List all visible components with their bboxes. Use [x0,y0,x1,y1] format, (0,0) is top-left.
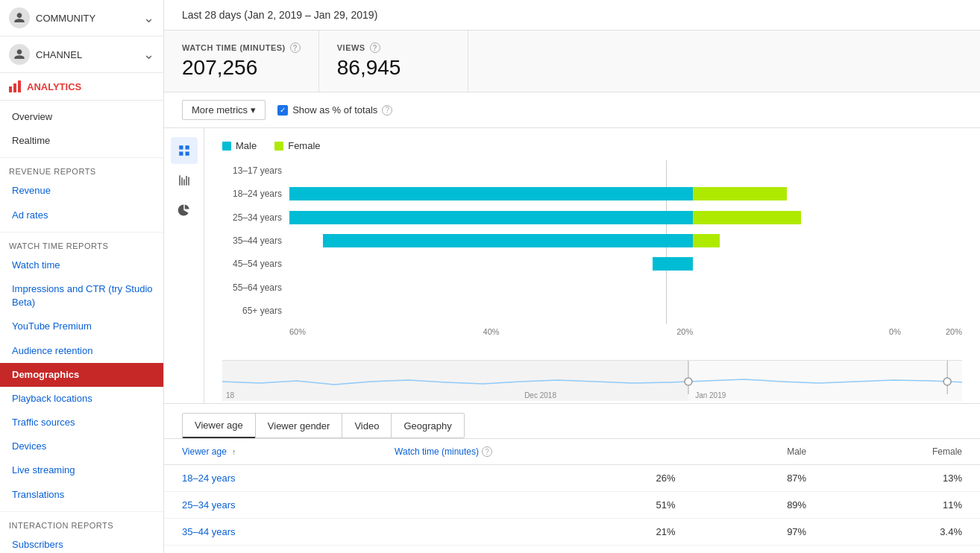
watch-pct-cell: 1.7% [377,546,693,554]
axis-right: 0% 20% [693,327,962,336]
sidebar-item-impressions[interactable]: Impressions and CTR (try Studio Beta) [0,277,163,315]
sidebar-item-playback-locations[interactable]: Playback locations [0,387,163,411]
svg-text:Jan 2019: Jan 2019 [695,391,726,399]
female-cell: 3.4% [824,519,980,546]
col-male-header: Male [694,439,825,465]
sidebar-item-ad-rates[interactable]: Ad rates [0,203,163,227]
sidebar-item-overview[interactable]: Overview [0,105,163,129]
views-metric: VIEWS ? 86,945 [319,31,468,92]
more-metrics-button[interactable]: More metrics ▾ [182,100,266,120]
age-cell: 45–54 years [164,546,377,554]
watch-time-label: WATCH TIME (MINUTES) ? [182,42,301,53]
sidebar-group-interaction-label: Interaction reports [0,516,163,533]
table-row: 45–54 years 1.7% 95% 5.3% [164,546,980,554]
sidebar-item-live-streaming[interactable]: Live streaming [0,458,163,482]
legend-male-dot [222,142,231,151]
sidebar-item-subscribers[interactable]: Subscribers [0,533,163,553]
community-chevron-icon: ⌄ [143,10,154,26]
controls-bar: More metrics ▾ ✓ Show as % of totals ? [164,92,980,128]
channel-section[interactable]: CHANNEL ⌄ [0,37,163,73]
male-cell: 95% [694,546,825,554]
dropdown-arrow-icon: ▾ [251,104,256,116]
bar-row: 35–44 years [222,230,962,250]
pie-view-icon[interactable] [171,197,198,224]
analytics-header: ANALYTICS [0,73,163,101]
axis-left: 60% 40% 20% [289,327,693,336]
show-as-pct-checkbox[interactable]: ✓ [277,105,288,116]
tab-viewer-age[interactable]: Viewer age [182,413,256,438]
sidebar-item-audience-retention[interactable]: Audience retention [0,339,163,363]
chart-container: Male Female 13–17 years18–24 years25–34 … [164,128,980,404]
community-icon [9,7,30,28]
timeline-svg: 18 Dec 2018 Jan 2019 [222,361,962,401]
date-range-text: Last 28 days (Jan 2, 2019 – Jan 29, 2019… [182,9,377,21]
date-range-bar: Last 28 days (Jan 2, 2019 – Jan 29, 2019… [164,0,980,31]
bar-chart: 13–17 years18–24 years25–34 years35–44 y… [222,160,962,354]
age-link[interactable]: 35–44 years [182,526,236,537]
watch-time-col-help-icon[interactable]: ? [482,446,492,457]
female-cell: 11% [824,492,980,519]
watch-pct-cell: 51% [377,492,693,519]
col-viewer-age-header: Viewer age ↑ [164,439,377,465]
sidebar-item-revenue[interactable]: Revenue [0,179,163,203]
sidebar-group-overview: Overview Realtime [0,101,163,158]
sidebar-group-interaction: Interaction reports Subscribers Likes an… [0,512,163,553]
legend-female: Female [274,140,320,151]
show-as-pct-label[interactable]: ✓ Show as % of totals ? [277,104,392,116]
chart-legend: Male Female [222,140,962,151]
bar-row: 13–17 years [222,160,962,180]
sidebar-item-traffic-sources[interactable]: Traffic sources [0,411,163,434]
channel-icon [9,44,30,65]
age-cell: 35–44 years [164,519,377,546]
watch-pct-cell: 21% [377,519,693,546]
watch-time-value: 207,256 [182,56,301,80]
data-table-container: Viewer age ↑ Watch time (minutes) ? Male… [164,439,980,553]
col-watch-time-header: Watch time (minutes) ? [377,439,693,465]
table-row: 18–24 years 26% 87% 13% [164,465,980,492]
table-row: 25–34 years 51% 89% 11% [164,492,980,519]
community-section[interactable]: COMMUNITY ⌄ [0,0,163,37]
views-label: VIEWS ? [337,42,450,53]
age-link[interactable]: 25–34 years [182,499,236,511]
tab-geography[interactable]: Geography [391,413,464,438]
male-cell: 97% [694,519,825,546]
tab-viewer-gender[interactable]: Viewer gender [255,413,343,438]
bar-row: 55–64 years [222,277,962,297]
bar-row: 65+ years [222,301,962,321]
sidebar-item-youtube-premium[interactable]: YouTube Premium [0,315,163,338]
watch-pct-cell: 26% [377,465,693,492]
svg-point-8 [943,378,951,385]
community-label: COMMUNITY [36,13,95,24]
sidebar-item-realtime[interactable]: Realtime [0,129,163,153]
sidebar-item-translations[interactable]: Translations [0,483,163,507]
chart-axis: 60% 40% 20% 0% 20% [289,327,962,336]
demographics-table: Viewer age ↑ Watch time (minutes) ? Male… [164,439,980,553]
main-content: Last 28 days (Jan 2, 2019 – Jan 29, 2019… [164,0,980,553]
sidebar-group-revenue-label: Revenue reports [0,162,163,179]
bar-view-icon[interactable] [171,167,198,194]
female-cell: 5.3% [824,546,980,554]
sidebar-item-demographics[interactable]: Demographics [0,363,163,387]
bar-row: 25–34 years [222,207,962,227]
sidebar-item-devices[interactable]: Devices [0,434,163,458]
bar-row: 45–54 years [222,254,962,274]
watch-time-help-icon[interactable]: ? [290,42,301,53]
views-value: 86,945 [337,56,450,80]
age-cell: 18–24 years [164,465,377,492]
legend-male-label: Male [236,140,257,151]
analytics-bars-icon [9,80,21,92]
sidebar-item-watch-time[interactable]: Watch time [0,253,163,277]
table-view-icon[interactable] [171,137,198,164]
pct-help-icon[interactable]: ? [382,105,392,116]
legend-female-dot [274,142,283,151]
age-cell: 25–34 years [164,492,377,519]
metrics-bar: WATCH TIME (MINUTES) ? 207,256 VIEWS ? 8… [164,31,980,92]
bar-row: 18–24 years [222,183,962,203]
tab-video[interactable]: Video [342,413,392,438]
views-help-icon[interactable]: ? [370,42,380,53]
legend-female-label: Female [288,140,320,151]
sidebar-group-watch: Watch time reports Watch time Impression… [0,233,163,512]
age-link[interactable]: 18–24 years [182,473,236,484]
legend-male: Male [222,140,257,151]
analytics-label: ANALYTICS [27,81,81,92]
